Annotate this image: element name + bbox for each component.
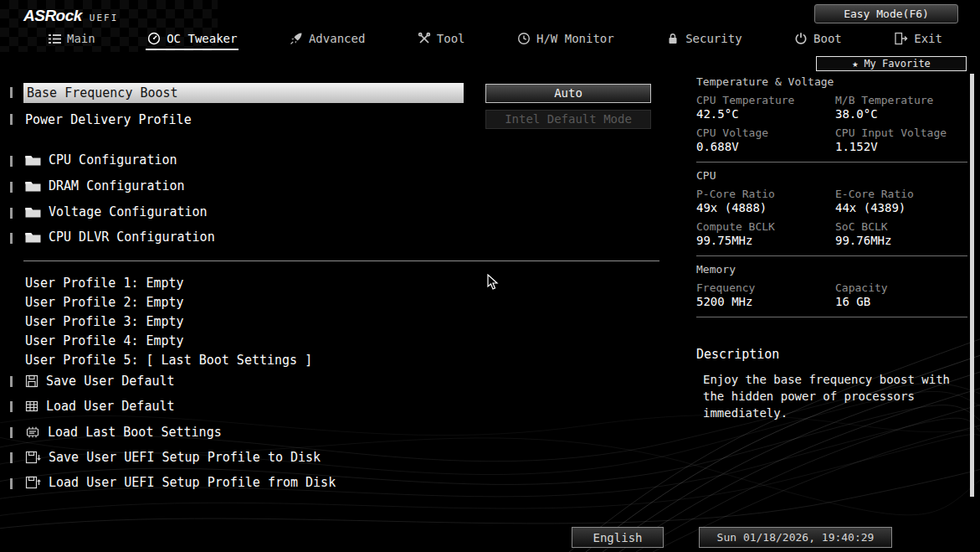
- stat-value: 99.76MHz: [835, 234, 967, 248]
- stat-value: 49x (4888): [696, 201, 835, 215]
- tab-hw-monitor[interactable]: H/W Monitor: [517, 32, 614, 45]
- bios-chip-icon: [25, 426, 40, 439]
- lock-icon: [666, 32, 680, 45]
- stat-soc-bclk: SoC BCLK 99.76MHz: [835, 220, 967, 248]
- folder-label: DRAM Configuration: [49, 178, 185, 193]
- power-icon: [794, 32, 808, 45]
- item-tick: [10, 233, 13, 244]
- user-profile-2: User Profile 2: Empty: [25, 295, 184, 310]
- item-tick: [10, 156, 13, 167]
- mouse-cursor: [487, 274, 499, 291]
- item-tick: [10, 208, 13, 219]
- floppy-save-icon: [25, 374, 38, 388]
- setting-row-base-frequency-boost[interactable]: Base Frequency Boost: [23, 83, 464, 103]
- section-title-cpu: CPU: [696, 169, 967, 182]
- folder-icon: [25, 154, 41, 166]
- asrock-logo: ASRock UEFI: [23, 7, 118, 25]
- tab-label: OC Tweaker: [167, 32, 237, 45]
- stat-memory-capacity: Capacity 16 GB: [835, 281, 967, 309]
- item-tick: [10, 401, 13, 412]
- stat-value: 1.152V: [835, 140, 967, 154]
- stat-cpu-temperature: CPU Temperature 42.5°C: [696, 94, 835, 121]
- tab-label: Advanced: [309, 32, 365, 45]
- stat-label: SoC BCLK: [835, 220, 967, 234]
- folder-label: CPU Configuration: [49, 152, 177, 168]
- save-profile-to-disk-button[interactable]: Save User UEFI Setup Profile to Disk: [25, 449, 321, 466]
- load-profile-from-disk-button[interactable]: Load User UEFI Setup Profile from Disk: [25, 474, 336, 491]
- tab-label: Exit: [914, 32, 942, 45]
- floppy-arrow-down-icon: [25, 451, 41, 464]
- datetime-display: Sun 01/18/2026, 19:40:29: [699, 527, 892, 548]
- my-favorite-label: My Favorite: [864, 58, 930, 70]
- folder-icon: [25, 231, 41, 243]
- stat-value: 38.0°C: [835, 107, 967, 121]
- section-title-temperature-voltage: Temperature & Voltage: [696, 75, 967, 88]
- user-profile-3: User Profile 3: Empty: [25, 314, 184, 329]
- user-profile-5: User Profile 5: [ Last Boot Settings ]: [25, 353, 312, 368]
- description-panel: Description Enjoy the base frequency boo…: [696, 347, 962, 421]
- tab-exit[interactable]: Exit: [894, 32, 942, 45]
- table-icon: [25, 400, 38, 413]
- item-tick: [10, 114, 13, 125]
- list-icon: [49, 34, 61, 44]
- action-label: Load User Default: [46, 399, 175, 414]
- stat-cpu-input-voltage: CPU Input Voltage 1.152V: [835, 126, 967, 154]
- folder-dram-configuration[interactable]: DRAM Configuration: [25, 178, 185, 194]
- stat-ecore-ratio: E-Core Ratio 44x (4389): [835, 188, 967, 215]
- stat-compute-bclk: Compute BCLK 99.75MHz: [696, 220, 835, 248]
- setting-label: Base Frequency Boost: [27, 85, 178, 101]
- action-label: Save User UEFI Setup Profile to Disk: [49, 450, 321, 465]
- star-icon: ★: [852, 58, 858, 70]
- stat-memory-frequency: Frequency 5200 MHz: [696, 281, 835, 309]
- stat-value: 42.5°C: [696, 107, 835, 121]
- description-title: Description: [696, 347, 962, 362]
- stat-value: 0.688V: [696, 140, 835, 154]
- save-user-default-button[interactable]: Save User Default: [25, 373, 175, 389]
- stat-label: P-Core Ratio: [696, 188, 835, 201]
- item-tick: [10, 376, 13, 387]
- stat-label: M/B Temperature: [835, 94, 967, 107]
- tab-main[interactable]: Main: [49, 32, 95, 45]
- power-delivery-profile-dropdown: Intel Default Mode: [485, 110, 651, 129]
- folder-cpu-dlvr-configuration[interactable]: CPU DLVR Configuration: [25, 229, 215, 245]
- stat-label: Frequency: [696, 281, 835, 295]
- stat-label: CPU Temperature: [696, 94, 835, 107]
- tab-security[interactable]: Security: [666, 32, 741, 45]
- item-tick: [10, 478, 13, 489]
- folder-voltage-configuration[interactable]: Voltage Configuration: [25, 204, 208, 220]
- hardware-monitor-panel: Temperature & Voltage CPU Temperature 42…: [696, 75, 967, 324]
- tools-icon: [418, 32, 431, 45]
- tab-oc-tweaker[interactable]: OC Tweaker: [147, 32, 237, 45]
- easy-mode-button[interactable]: Easy Mode(F6): [814, 4, 958, 23]
- load-last-boot-settings-button[interactable]: Load Last Boot Settings: [25, 424, 222, 441]
- folder-label: Voltage Configuration: [49, 204, 208, 219]
- stat-value: 99.75MHz: [696, 234, 835, 248]
- item-tick: [10, 452, 13, 463]
- tab-label: Tool: [437, 32, 465, 45]
- my-favorite-button[interactable]: ★ My Favorite: [816, 56, 967, 71]
- item-tick: [10, 427, 13, 438]
- stat-value: 16 GB: [835, 295, 967, 309]
- stat-value: 5200 MHz: [696, 295, 835, 309]
- base-frequency-boost-dropdown[interactable]: Auto: [485, 84, 651, 103]
- action-label: Save User Default: [46, 374, 175, 389]
- divider: [696, 162, 967, 163]
- tab-label: Security: [685, 32, 741, 45]
- folder-cpu-configuration[interactable]: CPU Configuration: [25, 152, 177, 168]
- language-button[interactable]: English: [572, 527, 664, 548]
- stat-label: CPU Input Voltage: [835, 126, 967, 140]
- load-user-default-button[interactable]: Load User Default: [25, 398, 175, 415]
- setting-row-power-delivery-profile[interactable]: Power Delivery Profile: [25, 112, 192, 127]
- folder-label: CPU DLVR Configuration: [49, 230, 215, 245]
- action-label: Load User UEFI Setup Profile from Disk: [49, 475, 336, 490]
- tab-boot[interactable]: Boot: [794, 32, 842, 45]
- scrollbar[interactable]: [970, 74, 974, 497]
- tab-tool[interactable]: Tool: [418, 32, 465, 45]
- tab-label: H/W Monitor: [536, 32, 614, 45]
- item-tick: [10, 87, 13, 98]
- tab-advanced[interactable]: Advanced: [290, 32, 365, 45]
- stat-value: 44x (4389): [835, 201, 967, 215]
- divider: [23, 261, 659, 261]
- floppy-arrow-up-icon: [25, 476, 41, 489]
- brand-subtitle: UEFI: [90, 13, 119, 23]
